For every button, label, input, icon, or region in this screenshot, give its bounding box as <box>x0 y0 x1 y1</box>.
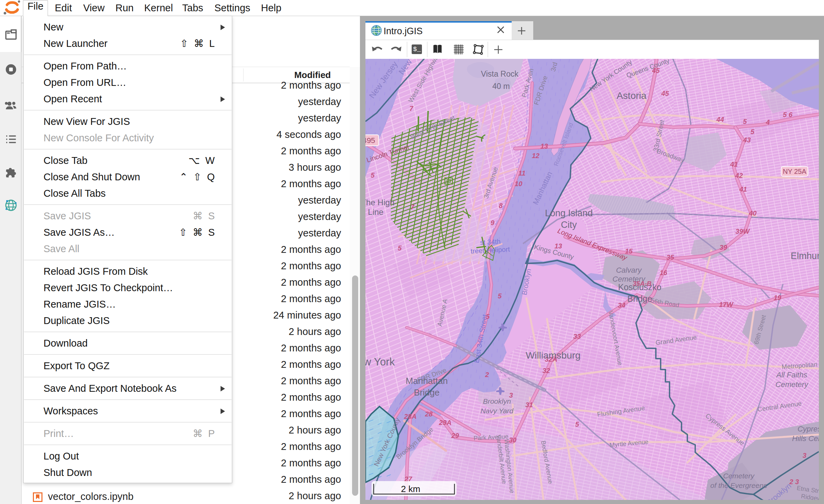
svg-text:5 6: 5 6 <box>783 111 793 118</box>
svg-text:Navy Yard: Navy Yard <box>480 407 514 415</box>
svg-text:4: 4 <box>765 118 770 126</box>
svg-text:42: 42 <box>735 172 743 179</box>
svg-text:29A: 29A <box>439 419 452 426</box>
svg-text:28: 28 <box>425 410 433 418</box>
svg-text:Bridge: Bridge <box>627 294 652 303</box>
svg-text:9: 9 <box>490 219 495 227</box>
svg-text:Vista Rock: Vista Rock <box>481 69 519 78</box>
svg-text:7: 7 <box>409 105 413 112</box>
svg-text:34: 34 <box>618 301 625 309</box>
svg-text:Calvary: Calvary <box>616 266 642 274</box>
svg-text:2 km: 2 km <box>401 484 420 494</box>
svg-text:32: 32 <box>542 367 550 374</box>
svg-text:43: 43 <box>743 136 751 144</box>
svg-text:NY 25A: NY 25A <box>783 168 807 175</box>
svg-text:35A-B: 35A-B <box>633 280 652 287</box>
svg-text:Long Island: Long Island <box>545 208 593 218</box>
svg-text:39W: 39W <box>735 228 750 235</box>
svg-text:12: 12 <box>532 152 539 159</box>
svg-text:45: 45 <box>661 90 669 97</box>
svg-text:of the Evergreens: of the Evergreens <box>710 481 767 489</box>
svg-text:39: 39 <box>720 244 727 251</box>
svg-text:41: 41 <box>739 185 747 193</box>
svg-text:w York: w York <box>365 356 395 368</box>
svg-text:The High: The High <box>365 198 395 207</box>
svg-text:41: 41 <box>730 160 738 168</box>
svg-text:5: 5 <box>398 244 402 252</box>
svg-text:5: 5 <box>750 128 754 135</box>
svg-text:Hills Cemet: Hills Cemet <box>792 434 819 443</box>
svg-text:8: 8 <box>499 202 503 209</box>
svg-text:17W: 17W <box>719 301 734 308</box>
svg-text:Bridge: Bridge <box>414 387 439 398</box>
svg-text:Manhattan: Manhattan <box>406 376 448 386</box>
svg-text:Elmhurst: Elmhurst <box>791 251 819 261</box>
svg-text:2: 2 <box>485 371 489 378</box>
svg-text:29: 29 <box>451 432 459 439</box>
svg-text:5: 5 <box>371 171 375 179</box>
svg-text:19: 19 <box>774 294 782 301</box>
svg-text:Cemetery: Cemetery <box>723 472 755 480</box>
svg-text:Line: Line <box>368 207 383 217</box>
svg-text:10: 10 <box>515 180 522 188</box>
svg-text:28A: 28A <box>404 413 417 420</box>
svg-text:33: 33 <box>573 333 581 340</box>
svg-text:495: 495 <box>365 136 375 145</box>
svg-text:Williamsburg: Williamsburg <box>526 350 580 361</box>
svg-text:5: 5 <box>575 421 579 428</box>
svg-text:5: 5 <box>743 118 747 125</box>
svg-text:35: 35 <box>666 254 674 261</box>
svg-text:Cemetery: Cemetery <box>775 380 809 389</box>
svg-text:City: City <box>561 220 577 230</box>
svg-text:3: 3 <box>802 452 806 459</box>
svg-text:Cypress: Cypress <box>798 425 819 433</box>
svg-text:7: 7 <box>410 203 414 211</box>
svg-text:All Faiths: All Faiths <box>776 371 807 379</box>
svg-text:44: 44 <box>716 116 724 123</box>
svg-text:st 34th: st 34th <box>480 237 501 246</box>
svg-text:40: 40 <box>749 209 757 217</box>
svg-text:Astoria: Astoria <box>616 90 647 101</box>
svg-text:11: 11 <box>519 169 526 177</box>
svg-text:Brooklyn: Brooklyn <box>483 397 511 405</box>
svg-text:16: 16 <box>660 269 667 276</box>
svg-text:5: 5 <box>498 292 502 300</box>
svg-text:31: 31 <box>525 401 533 409</box>
svg-text:40 m: 40 m <box>492 82 510 91</box>
svg-text:13: 13 <box>540 142 548 150</box>
